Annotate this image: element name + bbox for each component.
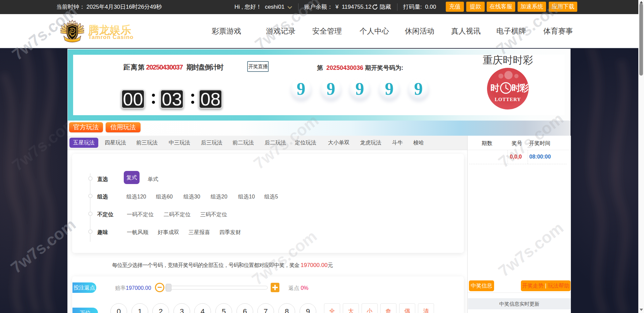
svg-text:LOTTERY: LOTTERY [495, 97, 521, 102]
svg-text:时: 时 [490, 83, 499, 93]
svg-text:彩: 彩 [519, 83, 529, 93]
